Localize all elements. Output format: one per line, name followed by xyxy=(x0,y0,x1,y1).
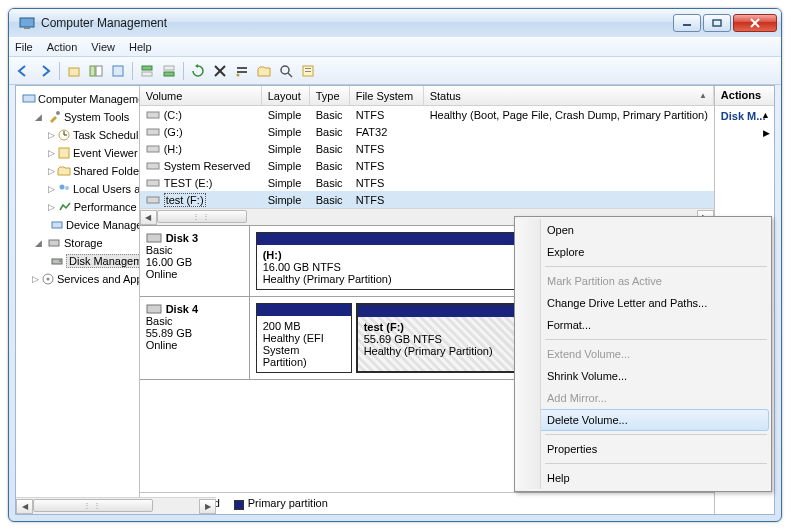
volume-row[interactable]: System ReservedSimpleBasicNTFS xyxy=(140,157,714,174)
more-actions-icon[interactable]: ▶ xyxy=(763,128,770,138)
tree-storage[interactable]: ◢Storage xyxy=(18,234,137,252)
open-folder-icon[interactable] xyxy=(254,61,274,81)
tree-h-scrollbar[interactable]: ◀⋮⋮▶ xyxy=(16,497,140,514)
ctx-delete-volume[interactable]: Delete Volume... xyxy=(517,409,769,431)
menu-file[interactable]: File xyxy=(15,41,33,53)
client-area: Computer Management (Local) ◢System Tool… xyxy=(15,85,775,515)
delete-icon[interactable] xyxy=(210,61,230,81)
volume-row[interactable]: (G:)SimpleBasicFAT32 xyxy=(140,123,714,140)
ctx-properties[interactable]: Properties xyxy=(517,438,769,460)
col-volume[interactable]: Volume xyxy=(140,86,262,105)
ctx-help[interactable]: Help xyxy=(517,467,769,489)
back-icon[interactable] xyxy=(13,61,33,81)
tree-system-tools[interactable]: ◢System Tools xyxy=(18,108,137,126)
view-bottom-icon[interactable] xyxy=(159,61,179,81)
svg-rect-3 xyxy=(713,20,721,26)
disk-icon xyxy=(146,303,162,315)
svg-rect-22 xyxy=(305,68,311,69)
menu-view[interactable]: View xyxy=(91,41,115,53)
partition[interactable]: 200 MBHealthy (EFI System Partition) xyxy=(256,303,352,373)
ctx-open[interactable]: Open xyxy=(517,219,769,241)
ctx-extend-volume: Extend Volume... xyxy=(517,343,769,365)
find-icon[interactable] xyxy=(276,61,296,81)
svg-rect-43 xyxy=(147,197,159,203)
tree-services-apps[interactable]: ▷Services and Applications xyxy=(18,270,137,288)
svg-rect-23 xyxy=(305,71,311,72)
toolbar xyxy=(9,57,781,85)
volume-row[interactable]: TEST (E:)SimpleBasicNTFS xyxy=(140,174,714,191)
collapse-icon[interactable]: ▲ xyxy=(761,110,770,120)
menu-help[interactable]: Help xyxy=(129,41,152,53)
forward-icon[interactable] xyxy=(35,61,55,81)
svg-rect-0 xyxy=(20,18,34,27)
properties-icon[interactable] xyxy=(108,61,128,81)
disk-info[interactable]: Disk 4 Basic 55.89 GB Online xyxy=(140,297,250,379)
tree-event-viewer[interactable]: ▷Event Viewer xyxy=(18,144,137,162)
svg-rect-29 xyxy=(59,148,69,158)
svg-rect-9 xyxy=(113,66,123,76)
svg-rect-11 xyxy=(142,72,152,76)
svg-rect-1 xyxy=(24,27,30,29)
svg-point-19 xyxy=(281,66,289,74)
users-icon xyxy=(57,181,71,197)
svg-rect-6 xyxy=(69,68,79,76)
volume-row[interactable]: test (F:)SimpleBasicNTFS xyxy=(140,191,714,208)
svg-point-31 xyxy=(65,186,69,190)
volume-grid: (C:)SimpleBasicNTFSHealthy (Boot, Page F… xyxy=(140,106,714,208)
drive-icon xyxy=(146,126,160,138)
settings-list-icon[interactable] xyxy=(232,61,252,81)
tools-icon xyxy=(46,109,62,125)
col-filesystem[interactable]: File System xyxy=(350,86,424,105)
tree-performance[interactable]: ▷Performance xyxy=(18,198,137,216)
legend: Unallocated Primary partition xyxy=(140,492,714,514)
tree-root[interactable]: Computer Management (Local) xyxy=(18,90,137,108)
volume-row[interactable]: (C:)SimpleBasicNTFSHealthy (Boot, Page F… xyxy=(140,106,714,123)
tree-shared-folders[interactable]: ▷Shared Folders xyxy=(18,162,137,180)
svg-rect-45 xyxy=(147,305,161,313)
ctx-explore[interactable]: Explore xyxy=(517,241,769,263)
tree-local-users[interactable]: ▷Local Users and Groups xyxy=(18,180,137,198)
show-hide-tree-icon[interactable] xyxy=(86,61,106,81)
context-menu: Open Explore Mark Partition as Active Ch… xyxy=(514,216,772,492)
svg-point-37 xyxy=(47,278,50,281)
tree-device-manager[interactable]: Device Manager xyxy=(18,216,137,234)
drive-icon xyxy=(146,194,160,206)
close-button[interactable] xyxy=(733,14,777,32)
col-layout[interactable]: Layout xyxy=(262,86,310,105)
svg-rect-7 xyxy=(90,66,95,76)
event-icon xyxy=(57,145,71,161)
svg-rect-17 xyxy=(237,71,247,73)
computer-icon xyxy=(22,91,36,107)
ctx-shrink-volume[interactable]: Shrink Volume... xyxy=(517,365,769,387)
help-list-icon[interactable] xyxy=(298,61,318,81)
svg-point-35 xyxy=(59,260,61,262)
svg-rect-44 xyxy=(147,234,161,242)
up-icon[interactable] xyxy=(64,61,84,81)
col-status[interactable]: Status▲ xyxy=(424,86,714,105)
disk-icon xyxy=(146,232,162,244)
drive-icon xyxy=(146,160,160,172)
titlebar[interactable]: Computer Management xyxy=(9,9,781,37)
view-top-icon[interactable] xyxy=(137,61,157,81)
ctx-change-drive-letter[interactable]: Change Drive Letter and Paths... xyxy=(517,292,769,314)
ctx-add-mirror: Add Mirror... xyxy=(517,387,769,409)
svg-rect-10 xyxy=(142,66,152,70)
actions-category[interactable]: Disk M... xyxy=(721,110,766,122)
svg-rect-13 xyxy=(164,72,174,76)
svg-point-18 xyxy=(237,73,240,76)
drive-icon xyxy=(146,177,160,189)
refresh-icon[interactable] xyxy=(188,61,208,81)
volume-row[interactable]: (H:)SimpleBasicNTFS xyxy=(140,140,714,157)
menu-action[interactable]: Action xyxy=(47,41,78,53)
ctx-format[interactable]: Format... xyxy=(517,314,769,336)
tree-task-scheduler[interactable]: ▷Task Scheduler xyxy=(18,126,137,144)
menubar: File Action View Help xyxy=(9,37,781,57)
tree-disk-management[interactable]: Disk Management xyxy=(18,252,137,270)
maximize-button[interactable] xyxy=(703,14,731,32)
tree-pane: Computer Management (Local) ◢System Tool… xyxy=(16,86,140,514)
svg-rect-40 xyxy=(147,146,159,152)
disk-info[interactable]: Disk 3 Basic 16.00 GB Online xyxy=(140,226,250,296)
col-type[interactable]: Type xyxy=(310,86,350,105)
svg-rect-39 xyxy=(147,129,159,135)
minimize-button[interactable] xyxy=(673,14,701,32)
